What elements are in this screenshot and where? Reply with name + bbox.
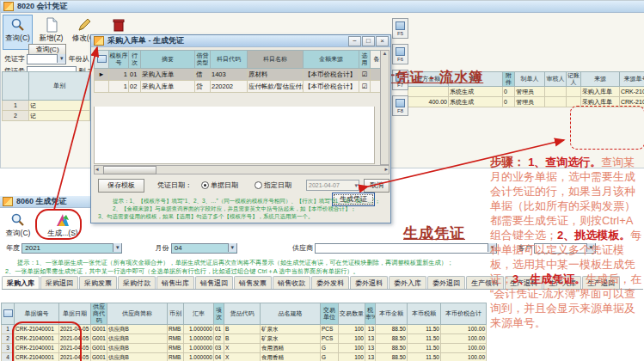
grid-icon — [3, 309, 13, 317]
voucher-window-titlebar[interactable]: 8020 会计凭证 — [1, 1, 644, 13]
column-header: 来源单号 — [620, 72, 644, 87]
dialog-controls: 保存模板 凭证日期： 单据日期 指定日期 2021-04-07 生成凭证 取消 — [91, 178, 390, 193]
column-header: 摘要 — [141, 51, 195, 69]
column-header: 项次 — [214, 303, 224, 325]
column-header: 汇率 — [184, 303, 214, 325]
window-icon — [3, 2, 14, 11]
hint-line: 2、一张单据如果需生成凭证，其中某一行选中即可（全选单据所有行也行，比如通过组合… — [5, 267, 453, 276]
hint-line: 3、勾选需要使用的模板，如果【选用】勾选了多个【模板序号】，系统只选用第一个。 — [98, 212, 380, 220]
search-icon — [10, 17, 26, 33]
column-header: 借贷类型 — [195, 51, 211, 69]
horizontal-scrollbar[interactable] — [94, 165, 389, 174]
column-header: 金额来源 — [304, 51, 359, 69]
tab[interactable]: 采购入库 — [2, 276, 40, 289]
column-header: 本币税额 — [408, 303, 441, 325]
search-icon — [10, 212, 26, 228]
function-icon — [396, 47, 405, 56]
document-row[interactable]: 4CRK-21040001 2021-04-05G001 供应商BRMB 1.0… — [2, 353, 487, 361]
column-header: 币别 — [168, 303, 184, 325]
generate-button[interactable]: 生成...(S) — [43, 210, 83, 245]
radio-off-icon — [255, 181, 262, 189]
ledger-row[interactable]: 系统生成 0管理员 采购入库单CRK-21040001 — [408, 87, 644, 97]
column-header: 交易数量 — [339, 303, 365, 325]
supplier-label: 供应商 — [292, 244, 313, 252]
month-label: 月份 — [155, 244, 169, 252]
column-header: 行次 — [129, 51, 141, 69]
tab[interactable]: 采购退回 — [40, 276, 78, 289]
radio-doc-date[interactable]: 单据日期 — [201, 180, 238, 190]
radio-specified-date[interactable]: 指定日期 — [255, 180, 291, 190]
dialog-titlebar[interactable]: 采购入库单 - 生成凭证 − □ × — [91, 35, 390, 47]
tab[interactable]: 委外入库 — [389, 276, 426, 289]
column-header: 科目代码 — [211, 51, 248, 69]
hint-line: 提示：1、【模板序号】填写“1、2、3、…”（同一模板的模板序号相同）、【行次】… — [98, 197, 380, 205]
screenshot-stage: ) 业务单据生成凭证-概述 ) 8020 会计凭证 查询(C) 新 — [0, 0, 644, 361]
dialog-hints: 提示：1、【模板序号】填写“1、2、3、…”（同一模板的模板序号相同）、【行次】… — [98, 197, 380, 220]
side-function-button[interactable]: F8 — [392, 95, 408, 116]
generate-toolbar: 查询(C) 生成...(S) — [2, 210, 83, 245]
ledger-row[interactable]: 400.00系统生成 0管理员 采购入库单CRK-21040001 — [408, 97, 644, 107]
supplier-combo[interactable] — [315, 243, 497, 254]
document-row[interactable]: 3CRK-21040001 2021-04-05G001 供应商BRMB 1.0… — [2, 344, 487, 353]
tab[interactable]: 销售出库 — [156, 276, 194, 289]
column-header: 单据编号 — [15, 303, 59, 325]
dialog-title: 采购入库单 - 生成凭证 — [107, 35, 184, 46]
radio-on-icon — [201, 181, 209, 189]
tab[interactable]: 委外退回 — [427, 276, 465, 289]
column-header: 供应商代码 — [91, 303, 107, 325]
year-combo[interactable]: 2021 — [21, 243, 122, 254]
date-input[interactable]: 2021-04-07 — [306, 180, 359, 191]
column-header: 品名规格 — [261, 303, 321, 325]
generate-icon — [55, 212, 71, 228]
trash-icon — [111, 17, 126, 33]
minimize-button[interactable]: − — [348, 36, 361, 46]
save-template-button[interactable]: 保存模板 — [98, 179, 144, 193]
year-label: 年度 — [6, 244, 20, 252]
tab[interactable]: 委外退料 — [350, 276, 388, 289]
generate-hints: 提示：1、一张单据生成一张凭证（所有项次金额合并），单据生成凭证后再次查询将不再… — [5, 259, 453, 275]
tab[interactable]: 采购发票 — [79, 276, 117, 289]
new-document-icon — [44, 17, 59, 33]
tab[interactable]: 销售退回 — [195, 276, 233, 289]
voucher-word-combo[interactable] — [27, 54, 66, 64]
tab[interactable]: 销售收款 — [273, 276, 310, 289]
column-header: 货品代码 — [224, 303, 261, 325]
column-header: 制单人 — [515, 72, 545, 87]
function-icon — [396, 21, 405, 30]
hint-line: 提示：1、一张单据生成一张凭证（所有项次金额合并），单据生成凭证后再次查询将不再… — [5, 259, 453, 267]
month-combo[interactable]: 04 — [171, 243, 237, 254]
tab[interactable]: 销售发票 — [234, 276, 272, 289]
column-header: 审核人 — [545, 72, 567, 87]
query-button[interactable]: 查询(C) — [2, 210, 34, 245]
hint-line: 2、【金额来源】与单据查询界面的字段对应，并且需要英文中括号括起来，如【本币价税… — [98, 205, 380, 212]
side-function-button[interactable]: F6 — [392, 44, 408, 64]
steps-title: 步骤： — [490, 156, 525, 168]
generate-annotation: 生成凭证 — [403, 223, 465, 243]
tab[interactable]: 委外发料 — [311, 276, 349, 289]
scrollbar-thumb[interactable] — [103, 166, 156, 174]
column-header: 单别 — [29, 72, 90, 101]
use-template-checkbox[interactable]: ☑ — [359, 69, 371, 81]
cancel-button[interactable]: 取消 — [364, 179, 389, 193]
tab[interactable]: 采购付款 — [118, 276, 156, 289]
column-header: 模板序号 — [109, 51, 129, 69]
window-buttons: − □ × — [348, 36, 389, 46]
template-row[interactable]: ► 1 01 采购入库单 借 1403 原材料 【本币价税合计】 ☑ — [95, 69, 389, 81]
column-header: 附件 — [503, 72, 515, 87]
grid-empty-area — [94, 107, 375, 164]
column-header: 记账人 — [567, 72, 581, 87]
column-header: 来源 — [581, 72, 620, 87]
window-icon — [3, 197, 13, 206]
template-row[interactable]: 1 02 采购入库单 贷 220202 应付帐款/暂估应付款 【本币价税合计】 … — [95, 81, 389, 93]
close-button[interactable]: × — [376, 36, 389, 46]
document-row[interactable]: 2CRK-21040001 2021-04-05G001 供应商BRMB 1.0… — [2, 334, 487, 344]
steps-list: 1、查询选行。查询某月的业务单据，选中需要生成会计凭证的行，如果当月该种单据（比… — [490, 156, 641, 329]
use-template-checkbox[interactable]: ☑ — [359, 81, 371, 93]
column-header: 科目名称 — [248, 51, 304, 69]
document-row[interactable]: 1CRK-21040001 2021-04-05G001 供应商BRMB 1.0… — [2, 325, 487, 334]
column-header: 单据日期 — [59, 303, 91, 325]
side-function-button[interactable]: F5 — [392, 18, 408, 39]
maximize-button[interactable]: □ — [362, 36, 375, 46]
vertical-scrollbar[interactable] — [380, 50, 389, 165]
column-header: 选用 — [359, 51, 371, 69]
